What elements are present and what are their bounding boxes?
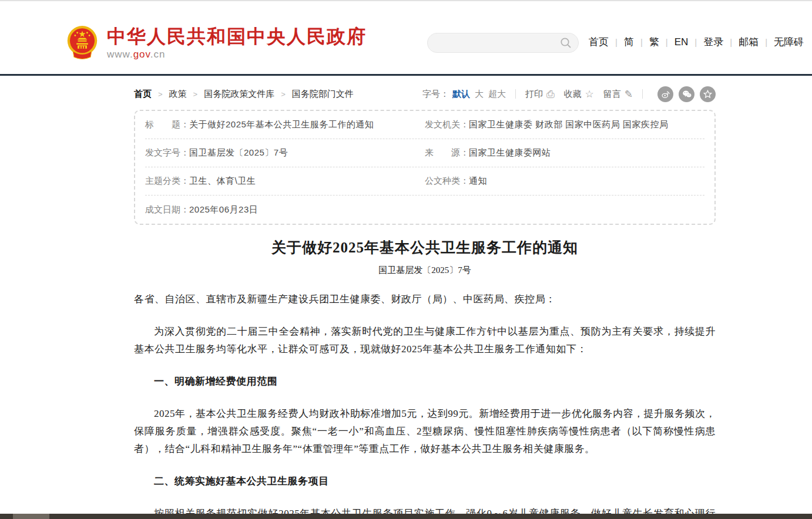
meta-value: 国卫基层发〔2025〕7号 bbox=[189, 147, 288, 159]
fontsize-label: 字号： bbox=[422, 89, 449, 100]
收藏-button[interactable]: 收藏☆ bbox=[564, 89, 594, 100]
breadcrumb-separator: > bbox=[281, 90, 286, 99]
document-meta-table: 标 题：关于做好2025年基本公共卫生服务工作的通知发文机关：国家卫生健康委 财… bbox=[134, 110, 716, 225]
nav-link-简[interactable]: 简 bbox=[623, 35, 635, 49]
header-divider bbox=[0, 74, 812, 76]
meta-label: 公文种类： bbox=[425, 176, 469, 187]
paragraph-heading: 二、统筹实施好基本公共卫生服务项目 bbox=[134, 473, 716, 490]
paragraph-salutation: 各省、自治区、直辖市及新疆生产建设兵团卫生健康委、财政厅（局）、中医药局、疾控局… bbox=[134, 291, 716, 308]
site-url: www.gov.cn bbox=[107, 49, 367, 60]
printer-icon: ⎙ bbox=[546, 89, 555, 99]
document-number: 国卫基层发〔2025〕7号 bbox=[134, 265, 716, 276]
meta-value: 国家卫生健康委 财政部 国家中医药局 国家疾控局 bbox=[469, 119, 669, 130]
fontsize-option-默认[interactable]: 默认 bbox=[452, 89, 470, 100]
weibo-share-button[interactable] bbox=[657, 86, 673, 102]
meta-label: 成文日期： bbox=[145, 204, 189, 215]
breadcrumb-item[interactable]: 国务院部门文件 bbox=[292, 89, 354, 100]
nav-separator: | bbox=[640, 37, 643, 47]
paragraph-body: 2025年，基本公共卫生服务经费人均财政补助标准增加5元，达到99元。新增经费用… bbox=[134, 405, 716, 458]
star-icon: ☆ bbox=[585, 89, 594, 99]
nav-separator: | bbox=[666, 37, 668, 47]
nav-link-首页[interactable]: 首页 bbox=[588, 35, 610, 49]
action-label: 打印 bbox=[525, 89, 543, 100]
document-title: 关于做好2025年基本公共卫生服务工作的通知 bbox=[134, 238, 716, 257]
meta-cell-left: 标 题：关于做好2025年基本公共卫生服务工作的通知 bbox=[145, 119, 425, 130]
breadcrumb-item[interactable]: 国务院政策文件库 bbox=[204, 89, 274, 100]
留言-button[interactable]: 留言✎ bbox=[603, 89, 633, 100]
nav-link-邮箱[interactable]: 邮箱 bbox=[737, 35, 760, 49]
nav-link-繁[interactable]: 繁 bbox=[648, 35, 660, 49]
action-label: 收藏 bbox=[564, 89, 582, 100]
site-title: 中华人民共和国中央人民政府 bbox=[107, 26, 367, 47]
weibo-icon bbox=[660, 89, 670, 99]
meta-cell-left: 主题分类：卫生、体育\卫生 bbox=[145, 176, 425, 187]
meta-label: 来 源： bbox=[425, 147, 469, 159]
bottom-bar bbox=[0, 514, 812, 519]
nav-separator: | bbox=[730, 37, 732, 47]
meta-label: 标 题： bbox=[145, 119, 189, 130]
toolbar-separator bbox=[642, 89, 643, 99]
site-logo-link[interactable]: 中华人民共和国中央人民政府 www.gov.cn bbox=[66, 25, 367, 61]
meta-value: 卫生、体育\卫生 bbox=[189, 176, 256, 187]
toolbar: 字号： 默认大超大 打印⎙收藏☆留言✎ bbox=[422, 86, 716, 102]
breadcrumb-separator: > bbox=[158, 90, 163, 99]
meta-label: 主题分类： bbox=[145, 176, 189, 187]
toolbar-actions: 打印⎙收藏☆留言✎ bbox=[525, 89, 633, 100]
meta-cell-right: 公文种类：通知 bbox=[425, 176, 704, 187]
meta-row: 发文字号：国卫基层发〔2025〕7号来 源：国家卫生健康委网站 bbox=[145, 139, 704, 167]
nav-link-无障碍[interactable]: 无障碍 bbox=[773, 35, 805, 49]
meta-label: 发文机关： bbox=[425, 119, 469, 130]
pencil-icon: ✎ bbox=[625, 89, 633, 99]
nav-separator: | bbox=[765, 37, 767, 47]
main-content: 首页>政策>国务院政策文件库>国务院部门文件 字号： 默认大超大 打印⎙收藏☆留… bbox=[134, 86, 716, 519]
meta-cell-left: 成文日期：2025年06月23日 bbox=[145, 204, 425, 215]
meta-row: 主题分类：卫生、体育\卫生公文种类：通知 bbox=[145, 167, 704, 196]
meta-value: 国家卫生健康委网站 bbox=[469, 147, 551, 159]
fontsize-option-大[interactable]: 大 bbox=[475, 89, 484, 100]
breadcrumb-separator: > bbox=[193, 90, 198, 99]
fontsize-option-超大[interactable]: 超大 bbox=[488, 89, 506, 100]
nav-separator: | bbox=[615, 37, 618, 47]
打印-button[interactable]: 打印⎙ bbox=[525, 89, 555, 100]
meta-label: 发文字号： bbox=[145, 147, 189, 159]
toolbar-separator bbox=[515, 89, 516, 99]
meta-row: 成文日期：2025年06月23日 bbox=[145, 196, 704, 224]
search-input[interactable] bbox=[427, 33, 579, 53]
meta-cell-right: 来 源：国家卫生健康委网站 bbox=[425, 147, 704, 159]
meta-value: 通知 bbox=[469, 176, 487, 187]
breadcrumb-item[interactable]: 政策 bbox=[169, 89, 187, 100]
breadcrumb-item[interactable]: 首页 bbox=[134, 89, 152, 100]
action-label: 留言 bbox=[603, 89, 621, 100]
top-nav: 首页|简|繁|EN|登录|邮箱|无障碍 bbox=[588, 35, 805, 49]
meta-value: 关于做好2025年基本公共卫生服务工作的通知 bbox=[189, 119, 374, 130]
fontsize-options: 默认大超大 bbox=[449, 89, 506, 100]
search-box bbox=[427, 33, 579, 53]
paragraph-heading: 一、明确新增经费使用范围 bbox=[134, 373, 716, 390]
search-icon[interactable] bbox=[560, 37, 572, 49]
meta-value: 2025年06月23日 bbox=[189, 204, 258, 215]
meta-row: 标 题：关于做好2025年基本公共卫生服务工作的通知发文机关：国家卫生健康委 财… bbox=[145, 111, 704, 139]
nav-separator: | bbox=[694, 37, 697, 47]
bottom-bar-segment[interactable] bbox=[13, 514, 49, 519]
star-badge-icon bbox=[703, 89, 713, 99]
national-emblem-icon bbox=[66, 25, 99, 61]
page: 中华人民共和国中央人民政府 www.gov.cn 首页|简|繁|EN|登录|邮箱… bbox=[0, 0, 812, 519]
meta-cell-left: 发文字号：国卫基层发〔2025〕7号 bbox=[145, 147, 425, 159]
site-header: 中华人民共和国中央人民政府 www.gov.cn 首页|简|繁|EN|登录|邮箱… bbox=[0, 0, 812, 74]
favorites-share-button[interactable] bbox=[700, 86, 716, 102]
paragraph-body: 为深入贯彻党的二十届三中全会精神，落实新时代党的卫生与健康工作方针中以基层为重点… bbox=[134, 323, 716, 358]
site-identity: 中华人民共和国中央人民政府 www.gov.cn bbox=[107, 26, 367, 60]
meta-cell-right: 发文机关：国家卫生健康委 财政部 国家中医药局 国家疾控局 bbox=[425, 119, 704, 130]
wechat-icon bbox=[682, 89, 692, 99]
nav-link-EN[interactable]: EN bbox=[673, 36, 690, 48]
wechat-share-button[interactable] bbox=[679, 86, 694, 102]
breadcrumb: 首页>政策>国务院政策文件库>国务院部门文件 bbox=[134, 89, 354, 100]
document-body: 各省、自治区、直辖市及新疆生产建设兵团卫生健康委、财政厅（局）、中医药局、疾控局… bbox=[134, 291, 716, 519]
nav-link-登录[interactable]: 登录 bbox=[702, 35, 724, 49]
